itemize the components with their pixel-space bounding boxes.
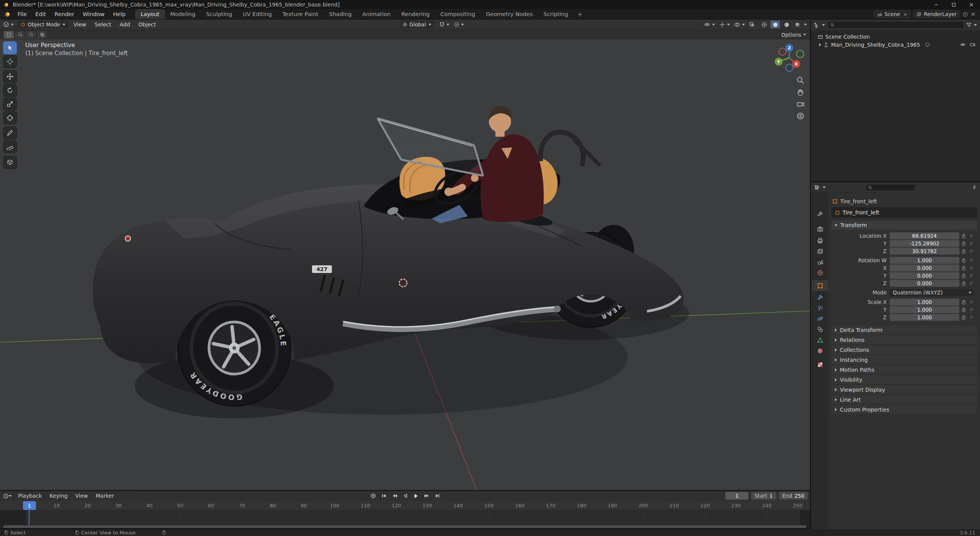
shading-solid-button[interactable] bbox=[771, 21, 780, 28]
show-gizmo-icon[interactable] bbox=[719, 22, 725, 28]
animate-decorator-icon[interactable] bbox=[968, 316, 975, 319]
properties-search-input[interactable] bbox=[866, 184, 915, 191]
proportional-editing-icon[interactable] bbox=[454, 22, 459, 27]
show-overlays-icon[interactable] bbox=[734, 22, 740, 27]
outliner-row-scene-collection[interactable]: Scene Collection bbox=[811, 33, 980, 41]
animate-decorator-icon[interactable] bbox=[968, 274, 975, 277]
jump-to-end-button[interactable] bbox=[433, 492, 442, 500]
workspace-tab[interactable]: Animation bbox=[357, 9, 396, 19]
workspace-tab[interactable]: Sculpting bbox=[201, 9, 237, 19]
select-mode-subtract-button[interactable] bbox=[26, 31, 36, 39]
scene-selector[interactable]: Scene × bbox=[874, 10, 910, 18]
lock-icon[interactable] bbox=[959, 249, 968, 253]
workspace-tab[interactable]: Compositing bbox=[435, 9, 480, 19]
snap-magnet-icon[interactable] bbox=[439, 22, 445, 28]
editor-type-properties-icon[interactable] bbox=[814, 185, 820, 190]
collapsed-panel[interactable]: Motion Paths bbox=[831, 365, 977, 374]
workspace-tab[interactable]: UV Editing bbox=[237, 9, 277, 19]
expand-icon[interactable] bbox=[819, 43, 821, 46]
auto-key-button[interactable] bbox=[368, 492, 378, 500]
collapsed-panel[interactable]: Relations bbox=[831, 335, 977, 344]
topbar-menu[interactable]: Window bbox=[78, 9, 109, 19]
editor-type-timeline-icon[interactable] bbox=[3, 493, 9, 499]
viewport-menu[interactable]: Select bbox=[91, 21, 114, 28]
lock-icon[interactable] bbox=[959, 241, 968, 246]
remove-viewlayer-icon[interactable] bbox=[971, 12, 975, 16]
editor-type-3d-icon[interactable] bbox=[3, 21, 9, 28]
animate-decorator-icon[interactable] bbox=[968, 250, 975, 252]
select-mode-extend-button[interactable] bbox=[15, 31, 25, 39]
close-icon[interactable] bbox=[962, 0, 980, 9]
lock-icon[interactable] bbox=[959, 307, 968, 312]
collapsed-panel[interactable]: Line Art bbox=[831, 395, 977, 404]
outliner-search-input[interactable] bbox=[827, 21, 964, 29]
minimize-icon[interactable] bbox=[927, 0, 945, 9]
lock-icon[interactable] bbox=[959, 234, 968, 238]
mode-dropdown[interactable]: Object Mode bbox=[18, 21, 69, 28]
add-cube-tool[interactable] bbox=[3, 156, 17, 169]
breadcrumb-object[interactable]: Tire_front_left bbox=[840, 198, 877, 204]
property-value-field[interactable]: -125.28902 bbox=[890, 240, 959, 247]
workspace-tab[interactable]: Layout bbox=[135, 9, 165, 19]
add-workspace-button[interactable]: + bbox=[573, 9, 586, 19]
timeline-menu[interactable]: Marker bbox=[92, 493, 118, 499]
props-tab-world[interactable] bbox=[812, 267, 828, 278]
zoom-icon[interactable] bbox=[796, 76, 805, 85]
collapsed-panel[interactable]: Custom Properties bbox=[831, 405, 977, 414]
xray-toggle-icon[interactable] bbox=[749, 22, 755, 27]
play-button[interactable] bbox=[411, 492, 421, 500]
animate-decorator-icon[interactable] bbox=[968, 234, 975, 237]
timeline-tracks[interactable] bbox=[0, 510, 810, 525]
timeline-scrollbar[interactable] bbox=[0, 525, 810, 528]
timeline-menu[interactable]: Keying bbox=[46, 493, 71, 499]
rotation-mode-dropdown[interactable]: Quaternion (WXYZ) bbox=[890, 289, 975, 296]
workspace-tab[interactable]: Shading bbox=[323, 9, 357, 19]
animate-decorator-icon[interactable] bbox=[968, 266, 975, 269]
navigation-gizmo[interactable]: Z X Y bbox=[771, 39, 808, 76]
topbar-menu[interactable]: File bbox=[13, 9, 31, 19]
workspace-tab[interactable]: Modeling bbox=[165, 9, 201, 19]
camera-view-icon[interactable] bbox=[796, 100, 805, 108]
pin-icon[interactable] bbox=[972, 185, 977, 190]
animate-decorator-icon[interactable] bbox=[968, 308, 975, 311]
collapsed-panel[interactable]: Viewport Display bbox=[831, 385, 977, 394]
animate-decorator-icon[interactable] bbox=[968, 259, 975, 261]
collapsed-panel[interactable]: Instancing bbox=[831, 355, 977, 364]
timeline-ruler[interactable]: 1020304050607080901001101201301401501601… bbox=[0, 501, 810, 510]
start-frame-field[interactable]: Start 1 bbox=[751, 492, 776, 500]
viewport-menu[interactable]: Add bbox=[116, 21, 133, 28]
property-value-field[interactable]: 0.000 bbox=[890, 272, 959, 279]
ortho-toggle-icon[interactable] bbox=[796, 112, 805, 120]
transform-panel-header[interactable]: Transform bbox=[831, 221, 977, 230]
animate-decorator-icon[interactable] bbox=[968, 282, 975, 284]
lock-icon[interactable] bbox=[959, 273, 968, 278]
animate-decorator-icon[interactable] bbox=[968, 242, 975, 245]
props-tab-viewlayer[interactable] bbox=[812, 246, 828, 257]
viewport-menu[interactable]: Object bbox=[135, 21, 160, 28]
camera-visibility-icon[interactable] bbox=[970, 42, 975, 47]
props-tab-output[interactable] bbox=[812, 235, 828, 246]
viewport-menu[interactable]: View bbox=[70, 21, 90, 28]
object-visibility-icon[interactable] bbox=[704, 22, 710, 27]
outliner-row-object[interactable]: Man_Driving_Shelby_Cobra_1965 bbox=[811, 41, 980, 49]
props-tab-material[interactable] bbox=[812, 345, 828, 356]
topbar-menu[interactable]: Render bbox=[50, 9, 78, 19]
props-tab-texture[interactable] bbox=[812, 359, 828, 370]
end-frame-field[interactable]: End 250 bbox=[779, 492, 808, 500]
property-value-field[interactable]: 68.61924 bbox=[890, 232, 959, 239]
filter-icon[interactable] bbox=[966, 22, 972, 28]
props-tab-constraints[interactable] bbox=[812, 324, 828, 335]
lock-icon[interactable] bbox=[959, 281, 968, 286]
select-mode-new-button[interactable] bbox=[4, 31, 14, 39]
next-keyframe-button[interactable] bbox=[422, 492, 431, 500]
viewlayer-selector[interactable]: RenderLayer bbox=[913, 10, 960, 18]
workspace-tab[interactable]: Texture Paint bbox=[277, 9, 324, 19]
timeline-menu[interactable]: Playback bbox=[14, 493, 46, 499]
shading-wireframe-button[interactable] bbox=[760, 21, 769, 28]
object-name-field[interactable]: Tire_front_left bbox=[831, 208, 977, 217]
workspace-tab[interactable]: Rendering bbox=[396, 9, 435, 19]
lock-icon[interactable] bbox=[959, 315, 968, 320]
props-tab-physics[interactable] bbox=[812, 313, 828, 324]
props-tab-scene[interactable] bbox=[812, 257, 828, 267]
shading-rendered-button[interactable] bbox=[793, 21, 802, 28]
